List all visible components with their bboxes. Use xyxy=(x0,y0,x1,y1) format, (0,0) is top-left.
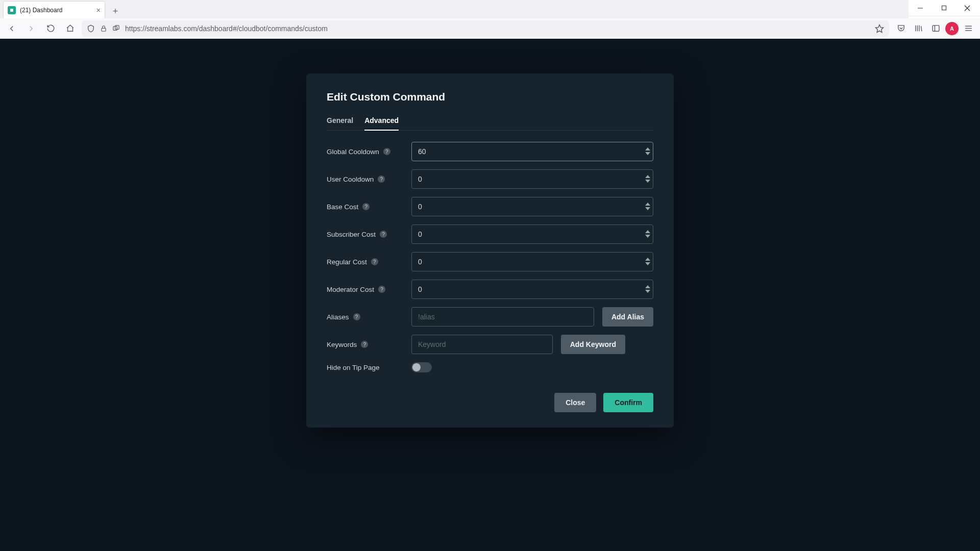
step-up-icon[interactable] xyxy=(645,175,650,179)
svg-marker-23 xyxy=(645,230,650,233)
menu-button[interactable] xyxy=(961,21,976,36)
back-button[interactable] xyxy=(4,21,19,36)
stepper-user-cooldown[interactable] xyxy=(645,175,650,183)
input-global-cooldown[interactable] xyxy=(411,142,653,161)
svg-marker-26 xyxy=(645,262,650,265)
site-favicon xyxy=(8,6,16,14)
modal-tabs: General Advanced xyxy=(327,116,653,131)
tab-title: (21) Dashboard xyxy=(20,7,62,14)
toggle-hide-tip[interactable] xyxy=(411,362,432,372)
toggle-knob xyxy=(412,363,421,371)
stepper-base-cost[interactable] xyxy=(645,203,650,211)
row-hide-tip: Hide on Tip Page xyxy=(327,362,653,372)
input-subscriber-cost[interactable] xyxy=(411,224,653,244)
step-up-icon[interactable] xyxy=(645,203,650,206)
modal-title: Edit Custom Command xyxy=(327,91,653,103)
row-moderator-cost: Moderator Cost ? xyxy=(327,280,653,299)
tab-advanced[interactable]: Advanced xyxy=(364,116,399,131)
svg-marker-19 xyxy=(645,175,650,178)
input-moderator-cost[interactable] xyxy=(411,280,653,299)
stepper-moderator-cost[interactable] xyxy=(645,285,650,293)
row-regular-cost: Regular Cost ? xyxy=(327,252,653,271)
svg-marker-20 xyxy=(645,180,650,183)
modal-footer: Close Confirm xyxy=(306,382,674,428)
svg-line-11 xyxy=(921,26,921,31)
url-text: https://streamlabs.com/dashboard#/cloudb… xyxy=(125,24,328,33)
label-subscriber-cost: Subscriber Cost xyxy=(327,231,376,238)
step-up-icon[interactable] xyxy=(645,258,650,261)
step-down-icon[interactable] xyxy=(645,262,650,266)
profile-avatar[interactable]: A xyxy=(945,22,959,35)
label-global-cooldown: Global Cooldown xyxy=(327,148,379,156)
shield-icon xyxy=(87,24,95,33)
help-icon[interactable]: ? xyxy=(378,286,385,293)
pocket-icon[interactable] xyxy=(893,21,909,36)
add-alias-button[interactable]: Add Alias xyxy=(602,307,653,327)
tab-close-button[interactable]: × xyxy=(96,7,101,14)
browser-tabstrip: (21) Dashboard × + xyxy=(0,0,909,18)
new-tab-button[interactable]: + xyxy=(108,4,122,18)
svg-marker-18 xyxy=(645,152,650,155)
svg-marker-7 xyxy=(876,24,884,32)
step-down-icon[interactable] xyxy=(645,207,650,211)
input-aliases[interactable] xyxy=(411,307,594,327)
label-moderator-cost: Moderator Cost xyxy=(327,286,374,293)
row-subscriber-cost: Subscriber Cost ? xyxy=(327,224,653,244)
input-base-cost[interactable] xyxy=(411,197,653,216)
sidebar-icon[interactable] xyxy=(928,21,943,36)
row-user-cooldown: User Cooldown ? xyxy=(327,169,653,189)
svg-marker-21 xyxy=(645,203,650,206)
tab-general[interactable]: General xyxy=(327,116,353,130)
input-keywords[interactable] xyxy=(411,335,553,354)
window-close-button[interactable] xyxy=(955,0,979,16)
bookmark-star-icon[interactable] xyxy=(875,24,884,33)
input-regular-cost[interactable] xyxy=(411,252,653,271)
help-icon[interactable]: ? xyxy=(361,341,368,348)
reload-button[interactable] xyxy=(43,21,58,36)
step-up-icon[interactable] xyxy=(645,230,650,234)
label-keywords: Keywords xyxy=(327,341,357,348)
help-icon[interactable]: ? xyxy=(383,148,390,155)
help-icon[interactable]: ? xyxy=(353,313,360,320)
row-base-cost: Base Cost ? xyxy=(327,197,653,216)
label-base-cost: Base Cost xyxy=(327,203,358,211)
row-global-cooldown: Global Cooldown ? xyxy=(327,142,653,161)
svg-marker-27 xyxy=(645,285,650,288)
browser-tab[interactable]: (21) Dashboard × xyxy=(3,1,105,18)
window-maximize-button[interactable] xyxy=(932,0,955,16)
step-up-icon[interactable] xyxy=(645,147,650,151)
add-keyword-button[interactable]: Add Keyword xyxy=(561,335,625,354)
help-icon[interactable]: ? xyxy=(362,203,370,210)
svg-rect-1 xyxy=(942,6,946,10)
step-down-icon[interactable] xyxy=(645,290,650,293)
input-user-cooldown[interactable] xyxy=(411,169,653,189)
label-aliases: Aliases xyxy=(327,313,349,321)
window-minimize-button[interactable] xyxy=(909,0,932,16)
permissions-icon xyxy=(112,24,120,32)
library-icon[interactable] xyxy=(911,21,926,36)
stepper-subscriber-cost[interactable] xyxy=(645,230,650,238)
help-icon[interactable]: ? xyxy=(380,231,387,238)
row-keywords: Keywords ? Add Keyword xyxy=(327,335,653,354)
home-button[interactable] xyxy=(62,21,78,36)
step-down-icon[interactable] xyxy=(645,235,650,238)
svg-marker-25 xyxy=(645,258,650,261)
stepper-regular-cost[interactable] xyxy=(645,258,650,266)
close-button[interactable]: Close xyxy=(554,393,596,412)
help-icon[interactable]: ? xyxy=(371,258,378,265)
row-aliases: Aliases ? Add Alias xyxy=(327,307,653,327)
svg-marker-28 xyxy=(645,290,650,293)
forward-button[interactable] xyxy=(23,21,39,36)
svg-marker-17 xyxy=(645,147,650,151)
stepper-global-cooldown[interactable] xyxy=(645,147,650,156)
step-down-icon[interactable] xyxy=(645,152,650,156)
step-up-icon[interactable] xyxy=(645,285,650,289)
label-user-cooldown: User Cooldown xyxy=(327,176,374,183)
confirm-button[interactable]: Confirm xyxy=(603,393,653,412)
browser-toolbar: https://streamlabs.com/dashboard#/cloudb… xyxy=(0,18,980,39)
modal-overlay[interactable]: Edit Custom Command General Advanced Glo… xyxy=(0,39,980,551)
step-down-icon[interactable] xyxy=(645,180,650,183)
help-icon[interactable]: ? xyxy=(378,176,385,183)
svg-marker-24 xyxy=(645,235,650,238)
url-bar[interactable]: https://streamlabs.com/dashboard#/cloudb… xyxy=(82,20,889,37)
